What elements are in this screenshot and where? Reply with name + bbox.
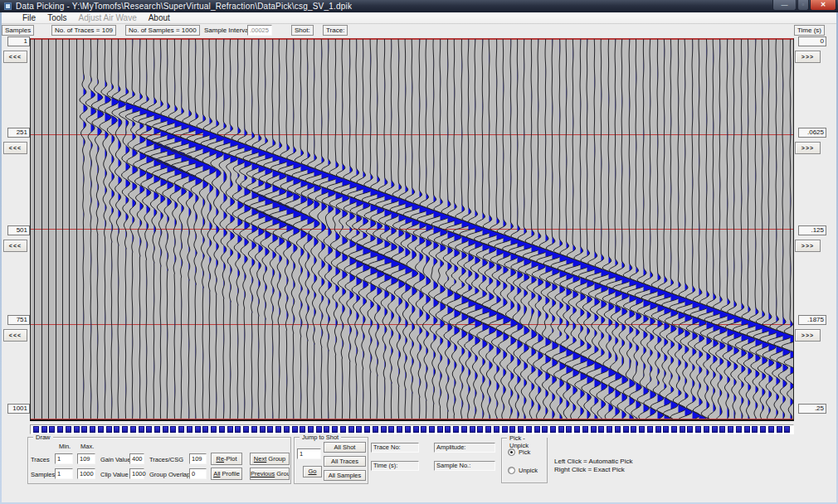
pick-marker xyxy=(542,426,548,433)
pick-marker xyxy=(752,426,758,433)
app-icon[interactable] xyxy=(4,2,12,10)
pick-marker xyxy=(405,426,411,433)
menu-adjust-air-wave: Adjust Air Wave xyxy=(72,12,142,24)
gain-value-input[interactable]: 400 xyxy=(129,453,144,464)
all-profile-label-u: All xyxy=(213,470,220,477)
pick-marker xyxy=(550,426,556,433)
unpick-radio-label: Unpick xyxy=(519,467,538,474)
replot-label-rest: -Plot xyxy=(224,455,236,463)
instruction-line-1: Left Click = Automatic Pick xyxy=(554,458,632,466)
group-overlap-input[interactable]: 0 xyxy=(189,468,207,479)
pick-marker xyxy=(598,426,604,433)
all-profile-button[interactable]: All Profile xyxy=(211,468,242,480)
minimize-icon[interactable]: — xyxy=(772,0,797,11)
pick-marker xyxy=(695,426,701,433)
pick-marker xyxy=(49,426,55,433)
traces-csg-label: Traces/CSG xyxy=(149,456,183,463)
jump-to-shot-group: Jump to Shot 1 Go All Shot All Traces Al… xyxy=(294,437,368,484)
scroll-left-button[interactable]: <<< xyxy=(3,329,27,342)
pick-marker xyxy=(639,426,645,433)
time-readout: Time (s): xyxy=(371,461,419,471)
sample-interval-input[interactable]: .00025 xyxy=(247,25,272,36)
traces-csg-input[interactable]: 109 xyxy=(189,453,207,464)
menu-file[interactable]: File xyxy=(17,12,41,24)
unpick-radio[interactable]: Unpick xyxy=(508,467,538,474)
pick-marker xyxy=(671,426,677,433)
next-group-button[interactable]: Next Group xyxy=(250,453,290,465)
pick-marker xyxy=(90,426,95,433)
pick-radio[interactable]: Pick xyxy=(508,448,530,456)
replot-label-u: Re xyxy=(216,455,224,463)
traces-label: Traces xyxy=(31,456,50,463)
pick-marker xyxy=(195,426,201,433)
scroll-left-button[interactable]: <<< xyxy=(3,240,27,252)
menu-about[interactable]: About xyxy=(143,12,176,24)
pick-marker xyxy=(615,426,621,433)
scroll-left-button[interactable]: <<< xyxy=(3,142,27,154)
pick-marker xyxy=(768,426,774,433)
title-bar: Data Picking - Y:\MyTomofs\Research\Supe… xyxy=(0,0,838,12)
all-shot-button[interactable]: All Shot xyxy=(324,442,366,453)
pick-marker xyxy=(154,426,160,433)
pick-marker xyxy=(202,426,208,433)
menu-tools[interactable]: Tools xyxy=(41,12,72,24)
pick-marker xyxy=(744,426,750,433)
amplitude-readout: Amplitude: xyxy=(434,443,495,453)
pick-marker xyxy=(284,426,290,433)
close-icon[interactable]: ✕ xyxy=(810,0,836,11)
pick-marker xyxy=(680,426,685,433)
pick-marker xyxy=(647,426,653,433)
pick-marker xyxy=(760,426,766,433)
all-traces-button[interactable]: All Traces xyxy=(324,456,366,467)
pick-marker xyxy=(470,426,475,433)
pick-marker xyxy=(260,426,266,433)
scroll-right-button[interactable]: >>> xyxy=(795,142,821,154)
traces-min-input[interactable]: 1 xyxy=(55,453,73,464)
go-label-u: Go xyxy=(308,468,316,475)
left-axis-label-751: 751 xyxy=(7,315,30,325)
pick-marker xyxy=(292,426,298,433)
pick-marker xyxy=(397,426,402,433)
all-samples-button[interactable]: All Samples xyxy=(324,470,366,481)
scroll-right-button[interactable]: >>> xyxy=(795,51,821,63)
pick-marker xyxy=(381,426,387,433)
pick-marker xyxy=(324,426,329,433)
draw-group: Draw Min. Max. Traces 1 109 Gain Value 4… xyxy=(27,437,291,484)
pick-marker xyxy=(453,426,459,433)
right-axis-label-.1875: .1875 xyxy=(798,315,826,325)
pick-marker xyxy=(211,426,217,433)
unpick-radio-icon[interactable] xyxy=(508,467,515,474)
pick-marker xyxy=(170,426,176,433)
scroll-right-button[interactable]: >>> xyxy=(795,240,821,252)
jump-shot-input[interactable]: 1 xyxy=(297,448,321,459)
left-axis-label-1001: 1001 xyxy=(7,404,30,414)
caption-buttons: — ▫ ✕ xyxy=(772,0,836,12)
traces-max-input[interactable]: 109 xyxy=(77,453,95,464)
scroll-left-button[interactable]: <<< xyxy=(3,51,27,63)
pick-marker xyxy=(655,426,661,433)
scroll-right-button[interactable]: >>> xyxy=(795,329,821,342)
pick-marker xyxy=(582,426,588,433)
pick-marker xyxy=(300,426,305,433)
pick-marker xyxy=(687,426,693,433)
previous-group-button[interactable]: Previous Group xyxy=(250,468,290,480)
replot-button[interactable]: Re-Plot xyxy=(211,453,242,465)
go-button[interactable]: Go xyxy=(303,466,322,477)
header-row: Samples No. of Traces = 109 No. of Sampl… xyxy=(0,24,838,37)
pick-marker xyxy=(243,426,249,433)
menu-bar: File Tools Adjust Air Wave About xyxy=(2,12,836,24)
maximize-icon[interactable]: ▫ xyxy=(797,0,809,11)
pick-marker xyxy=(421,426,426,433)
seismic-canvas[interactable] xyxy=(30,38,794,421)
app-window: Data Picking - Y:\MyTomofs\Research\Supe… xyxy=(0,0,838,504)
right-axis-label-0: 0 xyxy=(798,36,826,46)
next-group-label-rest: Group xyxy=(266,455,285,463)
pick-marker xyxy=(340,426,346,433)
min-label: Min. xyxy=(59,443,71,450)
pick-marker xyxy=(607,426,612,433)
clip-value-input[interactable]: 1000 xyxy=(129,468,144,479)
pick-radio-icon[interactable] xyxy=(508,448,515,456)
samples-max-input[interactable]: 1000 xyxy=(77,468,95,479)
time-axis-title: Time (s) xyxy=(794,25,825,36)
samples-min-input[interactable]: 1 xyxy=(55,468,73,479)
